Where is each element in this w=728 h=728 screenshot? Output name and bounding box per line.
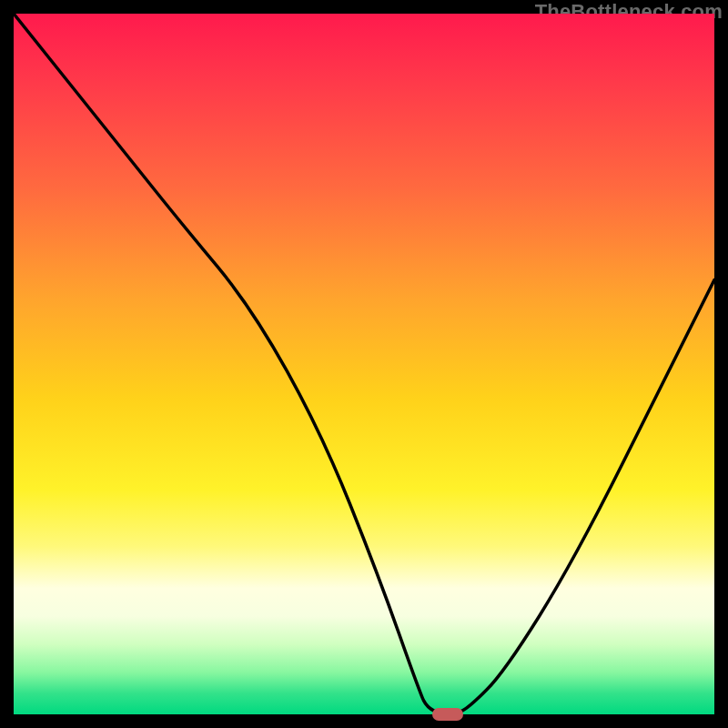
gradient-plot-area <box>14 14 714 714</box>
chart-frame: TheBottleneck.com <box>0 0 728 728</box>
bottleneck-curve <box>14 14 714 714</box>
optimal-point-marker <box>432 708 463 721</box>
